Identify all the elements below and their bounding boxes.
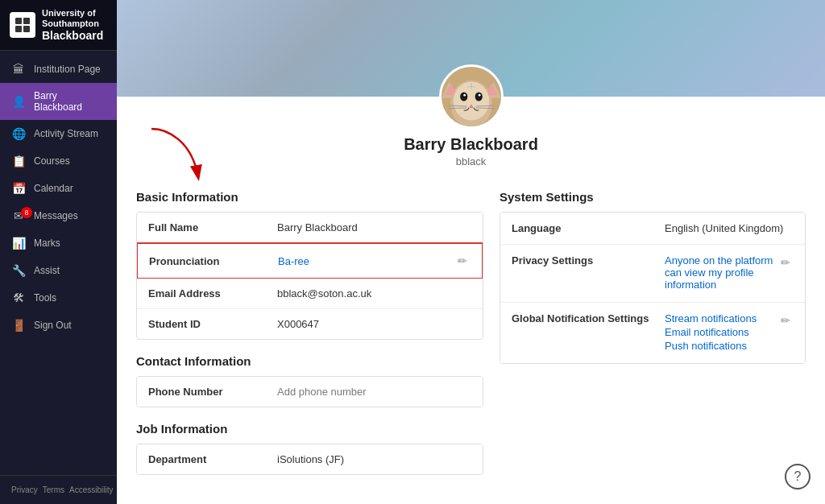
sidebar: University ofSouthampton Blackboard 🏛 In… — [0, 0, 117, 504]
sidebar-item-label: Calendar — [34, 183, 73, 194]
svg-rect-1 — [23, 18, 30, 24]
notification-value: Stream notifications Email notifications… — [665, 312, 777, 353]
language-label: Language — [512, 222, 665, 234]
signout-icon: 🚪 — [11, 319, 26, 332]
phone-value[interactable]: Add phone number — [277, 386, 471, 398]
pronunciation-edit-button[interactable]: ✏ — [454, 253, 471, 269]
user-icon: 👤 — [11, 95, 26, 108]
avatar-image — [442, 67, 501, 126]
sidebar-item-messages[interactable]: ✉ 8 Messages — [0, 202, 117, 229]
svg-rect-2 — [15, 26, 22, 32]
studentid-label: Student ID — [148, 318, 277, 330]
privacy-settings-label: Privacy Settings — [512, 254, 665, 266]
job-info-table: Department iSolutions (JF) — [136, 444, 483, 475]
terms-link[interactable]: Terms — [43, 485, 64, 494]
profile-banner — [117, 0, 825, 97]
footer-links: Privacy Terms Accessibility — [0, 482, 117, 498]
sidebar-header: University ofSouthampton Blackboard — [0, 0, 117, 51]
activity-icon: 🌐 — [11, 127, 26, 140]
pronunciation-label: Pronunciation — [149, 255, 278, 267]
basic-info-table: Full Name Barry Blackboard Pronunciation… — [136, 212, 483, 340]
accessibility-link[interactable]: Accessibility — [69, 485, 113, 494]
marks-icon: 📊 — [11, 237, 26, 250]
sidebar-nav: 🏛 Institution Page 👤 Barry Blackboard 🌐 … — [0, 51, 117, 475]
phone-row: Phone Number Add phone number — [137, 377, 483, 407]
sidebar-item-label: Marks — [34, 238, 60, 249]
main-content: Barry Blackboard bblack Basic Informatio… — [117, 0, 825, 504]
sidebar-item-label: Sign Out — [34, 320, 72, 331]
sidebar-item-institution[interactable]: 🏛 Institution Page — [0, 56, 117, 83]
sidebar-item-courses[interactable]: 📋 Courses — [0, 147, 117, 175]
profile-username: bblack — [117, 155, 825, 167]
privacy-link[interactable]: Anyone on the platform can view my profi… — [665, 254, 777, 291]
svg-point-12 — [475, 92, 482, 101]
sidebar-item-label: Tools — [34, 292, 56, 304]
profile-name: Barry Blackboard — [117, 135, 825, 154]
fullname-row: Full Name Barry Blackboard — [137, 213, 483, 243]
basic-info-title: Basic Information — [136, 190, 483, 204]
sidebar-item-label: Messages — [34, 210, 78, 221]
pronunciation-link[interactable]: Ba-ree — [278, 255, 309, 267]
sidebar-item-label: Assist — [34, 265, 60, 276]
profile-avatar — [439, 64, 504, 129]
studentid-row: Student ID X000647 — [137, 309, 483, 339]
fullname-label: Full Name — [148, 221, 277, 233]
email-row: Email Address bblack@soton.ac.uk — [137, 279, 483, 309]
phone-label: Phone Number — [148, 386, 277, 398]
sidebar-item-label: Courses — [34, 155, 70, 167]
calendar-icon: 📅 — [11, 182, 26, 195]
logo-university: University ofSouthampton — [42, 8, 103, 29]
svg-rect-0 — [15, 18, 22, 24]
svg-point-14 — [478, 94, 480, 97]
sidebar-item-marks[interactable]: 📊 Marks — [0, 229, 117, 257]
sidebar-item-barry[interactable]: 👤 Barry Blackboard — [0, 83, 117, 120]
push-notifications-link[interactable]: Push notifications — [665, 340, 777, 352]
tools-icon: 🛠 — [11, 291, 26, 304]
svg-rect-3 — [23, 26, 30, 32]
sidebar-item-label: Activity Stream — [34, 128, 98, 139]
sidebar-item-tools[interactable]: 🛠 Tools — [0, 284, 117, 312]
notification-label: Global Notification Settings — [512, 312, 665, 324]
sidebar-item-label: Barry Blackboard — [34, 90, 106, 113]
messages-badge: 8 — [21, 207, 32, 218]
stream-notifications-link[interactable]: Stream notifications — [665, 312, 777, 324]
job-info-title: Job Information — [136, 422, 483, 436]
contact-info-table: Phone Number Add phone number — [136, 376, 483, 407]
system-settings-title: System Settings — [500, 190, 806, 204]
svg-point-13 — [463, 94, 466, 97]
sidebar-item-activity[interactable]: 🌐 Activity Stream — [0, 120, 117, 147]
sidebar-item-assist[interactable]: 🔧 Assist — [0, 257, 117, 284]
privacy-link[interactable]: Privacy — [11, 485, 38, 494]
pronunciation-row: Pronunciation Ba-ree ✏ — [136, 242, 483, 279]
contact-info-title: Contact Information — [136, 354, 483, 368]
department-value: iSolutions (JF) — [277, 453, 471, 465]
privacy-edit-button[interactable]: ✏ — [777, 254, 794, 271]
notification-settings-row: Global Notification Settings Stream noti… — [500, 303, 805, 363]
department-row: Department iSolutions (JF) — [137, 444, 483, 474]
sidebar-footer: Privacy Terms Accessibility — [0, 475, 117, 504]
email-value: bblack@soton.ac.uk — [277, 287, 471, 300]
notification-edit-button[interactable]: ✏ — [777, 312, 794, 328]
help-button[interactable]: ? — [785, 464, 810, 490]
sidebar-item-label: Institution Page — [34, 64, 101, 75]
assist-icon: 🔧 — [11, 264, 26, 277]
institution-icon: 🏛 — [11, 63, 26, 76]
logo-icon — [10, 12, 35, 38]
help-icon: ? — [794, 469, 802, 484]
fullname-value: Barry Blackboard — [277, 221, 471, 233]
studentid-value: X000647 — [277, 318, 471, 330]
sidebar-item-signout[interactable]: 🚪 Sign Out — [0, 312, 117, 339]
email-label: Email Address — [148, 287, 277, 300]
content-area: Basic Information Full Name Barry Blackb… — [117, 177, 825, 504]
system-settings-table: Language English (United Kingdom) Privac… — [500, 212, 806, 364]
privacy-settings-row: Privacy Settings Anyone on the platform … — [500, 245, 805, 303]
email-notifications-link[interactable]: Email notifications — [665, 326, 777, 338]
logo-blackboard: Blackboard — [42, 29, 103, 42]
courses-icon: 📋 — [11, 155, 26, 167]
logo-text: University ofSouthampton Blackboard — [42, 8, 103, 42]
left-panel: Basic Information Full Name Barry Blackb… — [136, 190, 483, 490]
sidebar-item-calendar[interactable]: 📅 Calendar — [0, 175, 117, 202]
department-label: Department — [148, 453, 277, 465]
profile-info: Barry Blackboard bblack — [117, 135, 825, 177]
pronunciation-value: Ba-ree — [278, 255, 454, 267]
